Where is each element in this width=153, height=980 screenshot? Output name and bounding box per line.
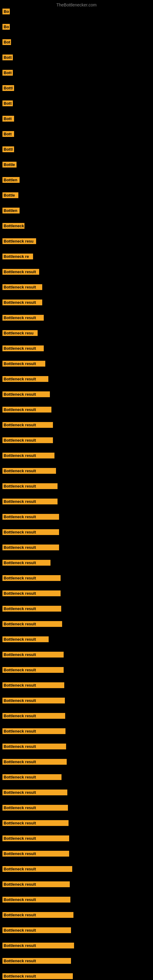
bottleneck-result-item: Bottl (2, 85, 14, 91)
bottleneck-result-item: Bot (2, 39, 11, 45)
bottleneck-result-item: Bottlen (2, 208, 19, 213)
bottleneck-result-item: Bottleneck result (2, 345, 44, 351)
bottleneck-result-item: Bottl (2, 146, 14, 152)
bottleneck-result-item: Bottleneck result (2, 544, 59, 550)
bottleneck-result-item: Bottleneck result (2, 468, 56, 474)
bottleneck-result-item: Bottleneck result (2, 759, 67, 765)
bottleneck-result-item: Bottleneck result (2, 376, 48, 382)
bottleneck-result-item: Bottlen (2, 177, 19, 183)
bottleneck-result-item: Bott (2, 54, 13, 60)
bottleneck-result-item: Bottleneck result (2, 499, 57, 504)
bottleneck-result-item: Bottleneck result (2, 928, 71, 933)
bottleneck-result-item: Bott (2, 70, 13, 76)
bottleneck-result-item: Bottleneck result (2, 912, 73, 918)
bottleneck-result-item: Bottleneck result (2, 422, 53, 428)
bottleneck-result-item: Bottleneck resu (2, 330, 38, 336)
bottleneck-result-item: Bottleneck result (2, 973, 73, 979)
bottleneck-result-item: Bottleneck result (2, 315, 44, 321)
bottleneck-result-item: Bottleneck result (2, 621, 62, 627)
bottleneck-result-item: Bottleneck result (2, 606, 61, 612)
bottleneck-result-item: Bottleneck result (2, 299, 42, 305)
bottleneck-result-item: Bottleneck result (2, 514, 59, 520)
bottleneck-result-item: Bott (2, 116, 14, 122)
bottleneck-result-item: Bottleneck result (2, 438, 53, 443)
bottleneck-result-item: Bottleneck result (2, 590, 61, 596)
bottleneck-result-item: Bottleneck result (2, 407, 51, 412)
bottleneck-result-item: Bottleneck result (2, 958, 71, 964)
bottleneck-result-item: Bott (2, 100, 13, 106)
bottleneck-result-item: Bottleneck result (2, 881, 70, 887)
bottleneck-result-item: Bottleneck result (2, 728, 65, 734)
bottleneck-result-item: Bottleneck result (2, 897, 70, 902)
site-title: TheBottlenecker.com (56, 2, 97, 7)
bottleneck-result-item: Bottleneck result (2, 789, 67, 795)
bottleneck-result-item: Bottleneck result (2, 820, 69, 826)
bottleneck-result-item: Bottleneck result (2, 866, 72, 872)
bottleneck-result-item: Bo (2, 9, 10, 14)
bottleneck-result-item: Bottleneck (2, 223, 24, 229)
bottleneck-result-item: Bottleneck result (2, 575, 61, 581)
bottleneck-result-item: Bottleneck result (2, 713, 65, 719)
bottleneck-result-item: Bottleneck result (2, 529, 59, 535)
bottleneck-result-item: Bottleneck result (2, 667, 64, 673)
bottleneck-result-item: Bottle (2, 162, 16, 167)
bottleneck-result-item: Bottleneck resu (2, 238, 36, 244)
bottleneck-result-item: Bottleneck result (2, 835, 69, 841)
bottleneck-result-item: Bottleneck result (2, 361, 45, 367)
bottleneck-result-item: Bottleneck result (2, 698, 65, 703)
bottleneck-result-item: Bottleneck result (2, 652, 64, 657)
bottleneck-result-item: Bottleneck result (2, 774, 62, 780)
bottleneck-result-item: Bottle (2, 192, 18, 198)
bottleneck-result-item: Bottleneck result (2, 269, 39, 275)
bottleneck-result-item: Bottleneck result (2, 851, 69, 857)
bottleneck-result-item: Bottleneck result (2, 636, 49, 642)
bottleneck-result-item: Bottleneck result (2, 805, 68, 811)
bottleneck-result-item: Bottleneck result (2, 391, 50, 397)
bottleneck-result-item: Bottleneck result (2, 744, 66, 749)
bottleneck-result-item: Bottleneck result (2, 682, 64, 688)
bottleneck-result-item: Bottleneck result (2, 560, 51, 566)
bottleneck-result-item: Bott (2, 131, 14, 137)
bottleneck-result-item: Bo (2, 24, 10, 30)
bottleneck-result-item: Bottleneck result (2, 943, 74, 948)
bottleneck-result-item: Bottleneck result (2, 284, 42, 290)
bottleneck-result-item: Bottleneck re (2, 254, 33, 259)
bottleneck-result-item: Bottleneck result (2, 483, 57, 489)
bottleneck-result-item: Bottleneck result (2, 453, 54, 458)
